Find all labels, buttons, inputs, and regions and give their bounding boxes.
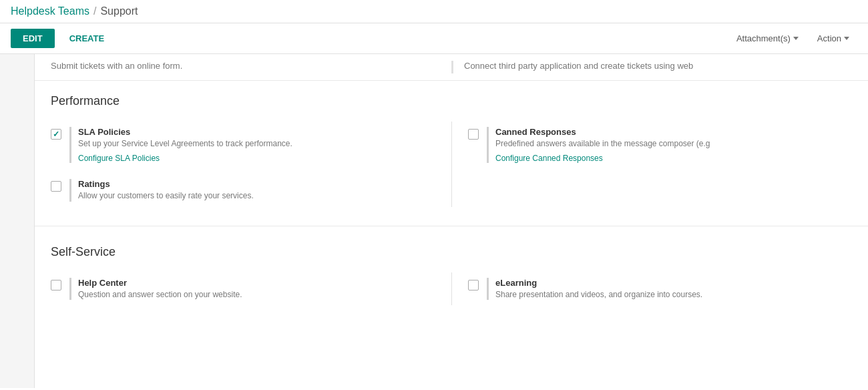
selfservice-section: Self-Service Help Center Question and an… — [35, 232, 868, 319]
left-sidebar — [0, 54, 35, 388]
canned-configure-link[interactable]: Configure Canned Responses — [495, 154, 710, 163]
ratings-name: Ratings — [78, 179, 254, 189]
canned-feature-info: Canned Responses Predefined answers avai… — [487, 127, 710, 163]
performance-title: Performance — [51, 94, 852, 108]
elearning-feature-info: eLearning Share presentation and videos,… — [487, 278, 702, 301]
sla-name: SLA Policies — [78, 127, 292, 137]
action-bar: EDIT CREATE Attachment(s) Action — [0, 23, 868, 54]
performance-grid: ✓ SLA Policies Set up your Service Level… — [51, 122, 852, 207]
performance-section: Performance ✓ SLA Policies Set up your S… — [35, 81, 868, 220]
strip-left: Submit tickets with an online form. — [51, 61, 451, 73]
breadcrumb-parent[interactable]: Helpdesk Teams — [11, 5, 89, 17]
content-area: Submit tickets with an online form. Conn… — [35, 54, 868, 388]
ratings-right-empty — [451, 168, 852, 207]
breadcrumb: Helpdesk Teams / Support — [11, 5, 138, 17]
attachments-dropdown[interactable]: Attachment(s) — [728, 29, 807, 48]
main-content: Submit tickets with an online form. Conn… — [0, 54, 868, 388]
top-strip: Submit tickets with an online form. Conn… — [35, 54, 868, 81]
action-caret-icon — [844, 37, 849, 40]
canned-name: Canned Responses — [495, 127, 710, 137]
helpcenter-desc: Question and answer section on your webs… — [78, 289, 242, 301]
ratings-desc: Allow your customers to easily rate your… — [78, 190, 254, 202]
canned-feature-item: Canned Responses Predefined answers avai… — [451, 122, 852, 168]
section-divider — [35, 226, 868, 226]
elearning-checkbox[interactable] — [468, 280, 479, 290]
edit-button[interactable]: EDIT — [11, 29, 55, 48]
elearning-name: eLearning — [495, 278, 702, 288]
sla-feature-info: SLA Policies Set up your Service Level A… — [69, 127, 292, 163]
helpcenter-feature-info: Help Center Question and answer section … — [69, 278, 242, 301]
selfservice-title: Self-Service — [51, 245, 852, 259]
canned-desc: Predefined answers available in the mess… — [495, 138, 710, 150]
ratings-feature-info: Ratings Allow your customers to easily r… — [69, 179, 254, 202]
elearning-desc: Share presentation and videos, and organ… — [495, 289, 702, 301]
breadcrumb-current: Support — [100, 5, 138, 17]
sla-checkmark-icon: ✓ — [53, 130, 59, 139]
selfservice-grid: Help Center Question and answer section … — [51, 272, 852, 306]
sla-checkbox[interactable]: ✓ — [51, 129, 61, 140]
sla-feature-item: ✓ SLA Policies Set up your Service Level… — [51, 122, 451, 168]
create-button[interactable]: CREATE — [57, 29, 116, 48]
attachments-caret-icon — [793, 37, 799, 40]
breadcrumb-bar: Helpdesk Teams / Support — [0, 0, 868, 23]
ratings-feature-item: Ratings Allow your customers to easily r… — [51, 174, 451, 207]
breadcrumb-separator: / — [93, 5, 96, 17]
strip-right: Connect third party application and crea… — [451, 61, 852, 73]
helpcenter-feature-item: Help Center Question and answer section … — [51, 272, 451, 306]
helpcenter-checkbox[interactable] — [51, 280, 61, 290]
sla-desc: Set up your Service Level Agreements to … — [78, 138, 292, 150]
sla-configure-link[interactable]: Configure SLA Policies — [78, 154, 292, 163]
action-dropdown[interactable]: Action — [809, 29, 857, 48]
elearning-feature-item: eLearning Share presentation and videos,… — [451, 272, 852, 306]
ratings-checkbox[interactable] — [51, 181, 61, 192]
canned-checkbox[interactable] — [468, 129, 479, 140]
helpcenter-name: Help Center — [78, 278, 242, 288]
